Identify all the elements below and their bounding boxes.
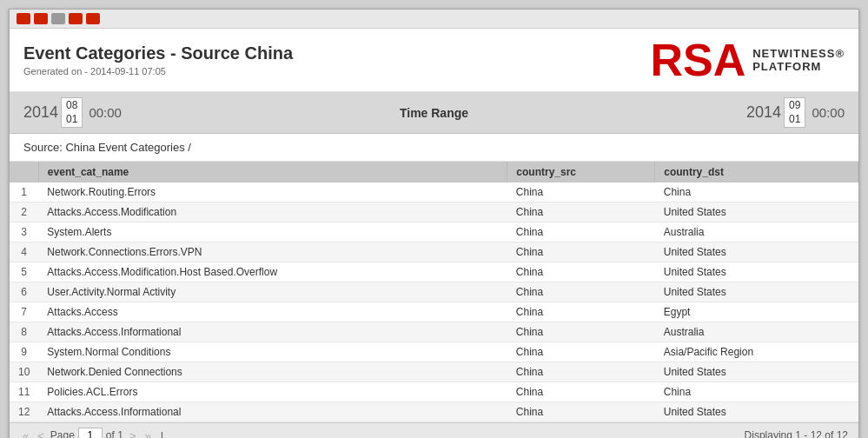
start-day: 01 (66, 113, 77, 127)
col-num (10, 162, 38, 182)
cell-country-src[interactable]: China (507, 362, 655, 382)
cell-country-src[interactable]: China (507, 202, 655, 222)
time-start: 2014 08 01 00:00 (23, 97, 122, 128)
table-row: 10Network.Denied ConnectionsChinaUnited … (10, 362, 858, 382)
cell-country-dst[interactable]: Australia (655, 322, 858, 342)
toolbar-icon-5[interactable] (86, 13, 100, 24)
cell-event-cat-name[interactable]: System.Alerts (38, 222, 507, 242)
report-title: Event Categories - Source China (23, 43, 293, 63)
report-subtitle: Generated on - 2014-09-11 07:05 (23, 66, 293, 76)
cell-num: 7 (10, 302, 38, 322)
page-label: Page (50, 429, 75, 438)
cell-country-dst[interactable]: China (655, 382, 858, 402)
cell-country-src[interactable]: China (507, 262, 655, 282)
cell-event-cat-name[interactable]: Attacks.Access (38, 302, 507, 322)
cell-event-cat-name[interactable]: Network.Denied Connections (38, 362, 507, 382)
cell-country-src[interactable]: China (507, 402, 655, 422)
table-row: 8Attacks.Access.InformationalChinaAustra… (10, 322, 858, 342)
end-day: 01 (789, 113, 800, 127)
source-bar: Source: China Event Categories / (10, 134, 858, 162)
cell-country-src[interactable]: China (507, 222, 655, 242)
cell-country-src[interactable]: China (507, 182, 655, 202)
cell-num: 11 (10, 382, 38, 402)
cell-event-cat-name[interactable]: Attacks.Access.Informational (38, 322, 507, 342)
cell-country-dst[interactable]: United States (655, 282, 858, 302)
rsa-product-name: NETWITNESS® PLATFORM (752, 47, 845, 73)
first-page-button[interactable]: « (20, 428, 31, 438)
cell-country-dst[interactable]: Asia/Pacific Region (655, 342, 858, 362)
table-container: event_cat_name country_src country_dst 1… (10, 162, 858, 422)
cell-country-src[interactable]: China (507, 242, 655, 262)
table-row: 1Network.Routing.ErrorsChinaChina (10, 182, 858, 202)
cell-country-src[interactable]: China (507, 282, 655, 302)
toolbar-icon-4[interactable] (69, 13, 83, 24)
cell-country-dst[interactable]: United States (655, 402, 858, 422)
prev-page-button[interactable]: < (35, 428, 47, 438)
table-row: 4Network.Connections.Errors.VPNChinaUnit… (10, 242, 858, 262)
toolbar-icon-1[interactable] (17, 13, 30, 24)
cell-country-src[interactable]: China (507, 322, 655, 342)
pagination-bar: « < Page of 1 > » | Displaying 1 - 12 of… (10, 422, 858, 438)
time-end: 2014 09 01 00:00 (746, 97, 845, 128)
cell-event-cat-name[interactable]: System.Normal Conditions (38, 342, 507, 362)
report-header: Event Categories - Source China Generate… (10, 29, 858, 92)
pagination-controls: « < Page of 1 > » | (20, 428, 163, 438)
start-month: 08 (66, 99, 77, 113)
col-event-cat-name: event_cat_name (38, 162, 507, 182)
netwitness-label: NETWITNESS® (752, 47, 845, 60)
cell-event-cat-name[interactable]: User.Activity.Normal Activity (38, 282, 507, 302)
cell-country-src[interactable]: China (507, 382, 655, 402)
cell-num: 5 (10, 262, 38, 282)
table-row: 12Attacks.Access.InformationalChinaUnite… (10, 402, 858, 422)
cell-event-cat-name[interactable]: Network.Routing.Errors (38, 182, 507, 202)
cell-event-cat-name[interactable]: Policies.ACL.Errors (38, 382, 507, 402)
cell-num: 9 (10, 342, 38, 362)
report-title-area: Event Categories - Source China Generate… (23, 43, 293, 76)
table-row: 6User.Activity.Normal ActivityChinaUnite… (10, 282, 858, 302)
col-country-src: country_src (507, 162, 655, 182)
platform-label: PLATFORM (752, 60, 845, 73)
cell-country-dst[interactable]: China (655, 182, 858, 202)
cell-country-dst[interactable]: United States (655, 362, 858, 382)
cell-event-cat-name[interactable]: Attacks.Access.Modification (38, 202, 507, 222)
of-label: of 1 (106, 429, 123, 438)
event-table: event_cat_name country_src country_dst 1… (10, 162, 858, 422)
cell-country-dst[interactable]: United States (655, 262, 858, 282)
cell-country-dst[interactable]: United States (655, 242, 858, 262)
cell-num: 10 (10, 362, 38, 382)
toolbar-icon-3[interactable] (51, 13, 65, 24)
cell-country-src[interactable]: China (507, 342, 655, 362)
cell-country-dst[interactable]: United States (655, 202, 858, 222)
table-row: 7Attacks.AccessChinaEgypt (10, 302, 858, 322)
cell-event-cat-name[interactable]: Attacks.Access.Modification.Host Based.O… (38, 262, 507, 282)
time-range-label: Time Range (122, 106, 746, 120)
table-row: 3System.AlertsChinaAustralia (10, 222, 858, 242)
col-country-dst: country_dst (655, 162, 858, 182)
time-range-bar: 2014 08 01 00:00 Time Range 2014 09 01 0… (10, 92, 858, 134)
table-body: 1Network.Routing.ErrorsChinaChina2Attack… (10, 182, 858, 422)
end-month-box: 09 01 (784, 97, 805, 128)
toolbar-icon-2[interactable] (34, 13, 48, 24)
next-page-button[interactable]: > (127, 428, 139, 438)
table-row: 5Attacks.Access.Modification.Host Based.… (10, 262, 858, 282)
last-page-button[interactable]: » (142, 428, 153, 438)
cell-country-dst[interactable]: Egypt (655, 302, 858, 322)
cell-country-src[interactable]: China (507, 302, 655, 322)
displaying-count: Displaying 1 - 12 of 12 (745, 429, 848, 438)
cell-event-cat-name[interactable]: Network.Connections.Errors.VPN (38, 242, 507, 262)
end-month: 09 (789, 99, 800, 113)
table-row: 11Policies.ACL.ErrorsChinaChina (10, 382, 858, 402)
page-input[interactable] (78, 428, 103, 438)
start-time: 00:00 (89, 105, 122, 120)
cell-country-dst[interactable]: Australia (655, 222, 858, 242)
cell-event-cat-name[interactable]: Attacks.Access.Informational (38, 402, 507, 422)
table-header-row: event_cat_name country_src country_dst (10, 162, 858, 182)
end-year: 2014 (746, 103, 781, 122)
end-time: 00:00 (812, 105, 845, 120)
toolbar (10, 10, 858, 29)
table-row: 9System.Normal ConditionsChinaAsia/Pacif… (10, 342, 858, 362)
cell-num: 12 (10, 402, 38, 422)
cell-num: 2 (10, 202, 38, 222)
cell-num: 3 (10, 222, 38, 242)
cell-num: 8 (10, 322, 38, 342)
